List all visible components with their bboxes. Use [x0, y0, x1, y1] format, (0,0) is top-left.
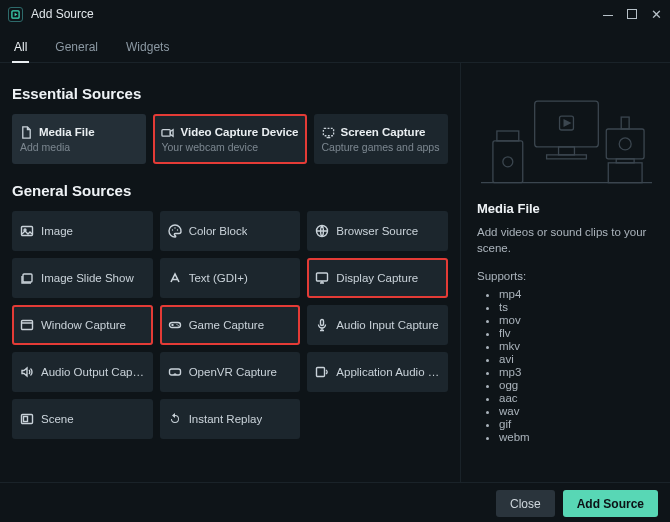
source-card-browser-source[interactable]: Browser Source — [307, 211, 448, 251]
source-list-panel: Essential Sources Media FileAdd mediaVid… — [0, 63, 460, 482]
card-label: Image — [41, 225, 73, 237]
vr-icon — [168, 365, 182, 379]
essential-heading: Essential Sources — [12, 85, 448, 102]
mic-icon — [315, 318, 329, 332]
card-label: Browser Source — [336, 225, 418, 237]
svg-rect-10 — [23, 274, 32, 282]
tab-widgets[interactable]: Widgets — [124, 34, 171, 62]
replay-icon — [168, 412, 182, 426]
essential-card-video-capture-device[interactable]: Video Capture DeviceYour webcam device — [153, 114, 306, 164]
source-card-image-slide-show[interactable]: Image Slide Show — [12, 258, 153, 298]
card-label: Scene — [41, 413, 74, 425]
card-label: Application Audio Ca... — [336, 366, 440, 378]
card-label: Text (GDI+) — [189, 272, 248, 284]
source-card-display-capture[interactable]: Display Capture — [307, 258, 448, 298]
source-card-image[interactable]: Image — [12, 211, 153, 251]
speaker-icon — [20, 365, 34, 379]
detail-title: Media File — [477, 201, 656, 216]
image-icon — [20, 224, 34, 238]
source-card-openvr-capture[interactable]: OpenVR Capture — [160, 352, 301, 392]
detail-illustration — [477, 73, 656, 191]
card-label: Audio Output Capture — [41, 366, 145, 378]
svg-rect-29 — [547, 155, 587, 159]
tab-all[interactable]: All — [12, 34, 29, 62]
svg-rect-31 — [493, 141, 523, 183]
format-item: avi — [499, 353, 656, 365]
tab-general[interactable]: General — [53, 34, 100, 62]
card-title: Media File — [39, 126, 95, 138]
format-item: ogg — [499, 379, 656, 391]
close-window-button[interactable]: ✕ — [651, 8, 662, 21]
scene-icon — [20, 412, 34, 426]
globe-icon — [315, 224, 329, 238]
svg-rect-32 — [497, 131, 519, 141]
source-card-audio-output-capture[interactable]: Audio Output Capture — [12, 352, 153, 392]
svg-rect-28 — [559, 147, 575, 155]
source-card-instant-replay[interactable]: Instant Replay — [160, 399, 301, 439]
card-subtitle: Your webcam device — [161, 141, 298, 153]
camera-icon — [161, 126, 174, 139]
app-icon — [8, 7, 23, 22]
app-audio-icon — [315, 365, 329, 379]
svg-rect-36 — [608, 163, 642, 183]
monitor-icon — [315, 271, 329, 285]
svg-rect-21 — [321, 320, 324, 326]
source-card-game-capture[interactable]: Game Capture — [160, 305, 301, 345]
source-card-scene[interactable]: Scene — [12, 399, 153, 439]
source-card-window-capture[interactable]: Window Capture — [12, 305, 153, 345]
format-item: mp3 — [499, 366, 656, 378]
titlebar: Add Source ✕ — [0, 0, 670, 28]
format-item: mkv — [499, 340, 656, 352]
essential-card-screen-capture[interactable]: Screen CaptureCapture games and apps — [314, 114, 448, 164]
card-title: Video Capture Device — [180, 126, 298, 138]
svg-rect-23 — [317, 368, 325, 377]
svg-rect-34 — [606, 129, 644, 159]
card-label: Instant Replay — [189, 413, 263, 425]
format-item: mp4 — [499, 288, 656, 300]
close-button[interactable]: Close — [496, 490, 555, 517]
svg-rect-4 — [22, 227, 33, 236]
palette-icon — [168, 224, 182, 238]
format-item: flv — [499, 327, 656, 339]
svg-rect-25 — [24, 417, 28, 422]
maximize-button[interactable] — [627, 8, 637, 21]
dialog-footer: Close Add Source — [0, 482, 670, 522]
slides-icon — [20, 271, 34, 285]
format-item: gif — [499, 418, 656, 430]
supported-formats-list: mp4tsmovflvmkvavimp3oggaacwavgifwebm — [477, 288, 656, 443]
svg-rect-11 — [317, 273, 328, 281]
svg-point-8 — [176, 229, 177, 230]
window-controls: ✕ — [603, 8, 662, 21]
card-label: Display Capture — [336, 272, 418, 284]
svg-rect-38 — [621, 117, 629, 129]
svg-point-20 — [177, 325, 178, 326]
card-label: Color Block — [189, 225, 248, 237]
format-item: aac — [499, 392, 656, 404]
window-title: Add Source — [31, 7, 94, 21]
card-subtitle: Add media — [20, 141, 138, 153]
svg-rect-2 — [323, 128, 333, 135]
detail-panel: Media File Add videos or sound clips to … — [460, 63, 670, 482]
gamepad-icon — [168, 318, 182, 332]
card-label: Game Capture — [189, 319, 264, 331]
file-icon — [20, 126, 33, 139]
card-subtitle: Capture games and apps — [322, 141, 440, 153]
svg-rect-16 — [169, 323, 180, 328]
svg-point-19 — [176, 324, 177, 325]
dashed-screen-icon — [322, 126, 335, 139]
source-card-application-audio-ca[interactable]: Application Audio Ca... — [307, 352, 448, 392]
add-source-button[interactable]: Add Source — [563, 490, 658, 517]
format-item: webm — [499, 431, 656, 443]
source-card-audio-input-capture[interactable]: Audio Input Capture — [307, 305, 448, 345]
svg-point-7 — [174, 227, 175, 228]
essential-card-media-file[interactable]: Media FileAdd media — [12, 114, 146, 164]
source-card-text-gdi[interactable]: Text (GDI+) — [160, 258, 301, 298]
format-item: ts — [499, 301, 656, 313]
format-item: mov — [499, 314, 656, 326]
source-card-color-block[interactable]: Color Block — [160, 211, 301, 251]
format-item: wav — [499, 405, 656, 417]
minimize-button[interactable] — [603, 8, 613, 21]
card-label: Window Capture — [41, 319, 126, 331]
card-label: Audio Input Capture — [336, 319, 438, 331]
card-label: OpenVR Capture — [189, 366, 277, 378]
